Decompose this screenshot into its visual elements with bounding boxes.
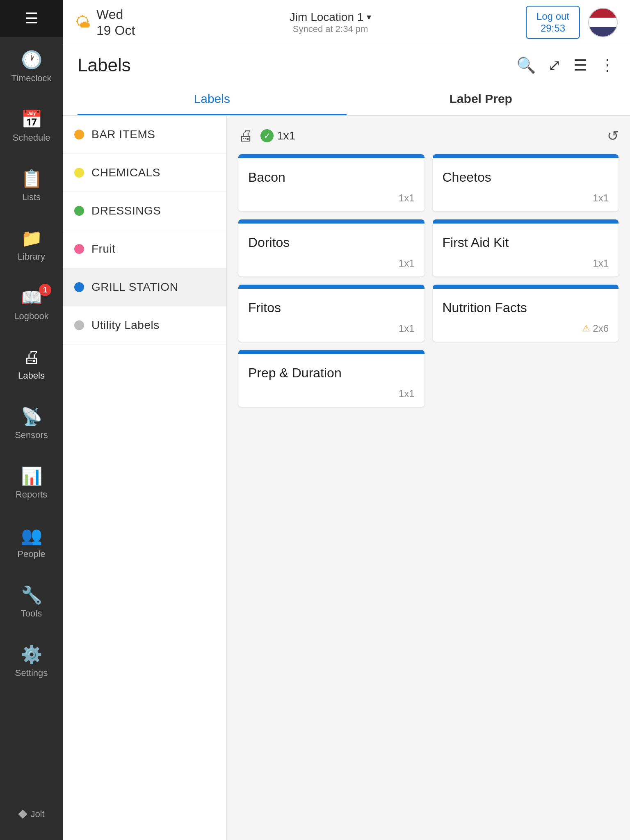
label-size-bacon: 1x1 (399, 192, 415, 204)
header-icons: 🔍 ⤢ ☰ ⋮ (516, 56, 615, 74)
sidebar-label-sensors: Sensors (15, 430, 48, 441)
topbar-center: Jim Location 1 ▾ Synced at 2:34 pm (143, 11, 518, 34)
dot-grill-station (74, 282, 84, 292)
label-card-accent (238, 154, 425, 158)
size-label: 1x1 (277, 129, 295, 142)
library-icon: 📁 (21, 228, 42, 248)
label-card-accent (433, 154, 619, 158)
sidebar-label-timeclock: Timeclock (11, 73, 51, 84)
label-size-row: 1x1 (443, 258, 609, 269)
category-utility-labels[interactable]: Utility Labels (63, 306, 226, 345)
date-line2: 19 Oct (96, 23, 135, 38)
category-name-utility-labels: Utility Labels (91, 319, 160, 332)
refresh-icon[interactable]: ↺ (607, 128, 619, 144)
label-name-nutrition-facts: Nutrition Facts (443, 300, 609, 315)
topbar-right: Log out 29:53 (526, 6, 618, 39)
label-size-prep-duration: 1x1 (399, 388, 415, 399)
label-name-doritos: Doritos (248, 235, 415, 250)
location-dropdown-icon: ▾ (367, 12, 371, 23)
sidebar-item-labels[interactable]: 🖨 Labels (0, 334, 63, 394)
dot-fruit (74, 244, 84, 254)
category-bar-items[interactable]: BAR ITEMS (63, 116, 226, 154)
sidebar-label-settings: Settings (15, 668, 48, 678)
tools-icon: 🔧 (21, 585, 42, 605)
avatar (588, 8, 618, 37)
label-card-accent (433, 219, 619, 224)
labels-area: 🖨 ✓ 1x1 ↺ Bacon 1x1 (227, 116, 630, 840)
label-card-cheetos[interactable]: Cheetos 1x1 (433, 154, 619, 211)
size-check-icon: ✓ (260, 129, 274, 142)
label-name-prep-duration: Prep & Duration (248, 365, 415, 381)
label-card-body: First Aid Kit 1x1 (433, 224, 619, 276)
sidebar-bottom: Jolt (10, 801, 52, 840)
label-card-bacon[interactable]: Bacon 1x1 (238, 154, 425, 211)
tab-labels[interactable]: Labels (78, 84, 347, 115)
sidebar-item-lists[interactable]: 📋 Lists (0, 156, 63, 215)
sensors-icon: 📡 (21, 406, 42, 427)
label-size-nutrition-facts: 2x6 (593, 323, 609, 334)
label-card-body: Cheetos 1x1 (433, 158, 619, 211)
location-selector[interactable]: Jim Location 1 ▾ (143, 11, 518, 24)
label-card-nutrition-facts[interactable]: Nutrition Facts ⚠ 2x6 (433, 285, 619, 342)
tab-label-prep[interactable]: Label Prep (347, 84, 616, 115)
dot-chemicals (74, 168, 84, 178)
dot-utility-labels (74, 320, 84, 330)
logout-button[interactable]: Log out 29:53 (526, 6, 580, 39)
label-size-row: 1x1 (248, 323, 415, 334)
sidebar-label-tools: Tools (21, 608, 42, 619)
category-name-fruit: Fruit (91, 242, 116, 256)
dot-bar-items (74, 130, 84, 139)
labels-icon: 🖨 (23, 347, 40, 367)
more-options-icon[interactable]: ⋮ (600, 56, 615, 74)
sidebar-item-sensors[interactable]: 📡 Sensors (0, 394, 63, 453)
sidebar-label-logbook: Logbook (14, 311, 48, 322)
list-view-icon[interactable]: ☰ (573, 56, 587, 74)
label-card-body: Doritos 1x1 (238, 224, 425, 276)
label-card-prep-duration[interactable]: Prep & Duration 1x1 (238, 350, 425, 407)
expand-icon[interactable]: ⤢ (548, 56, 561, 74)
label-card-first-aid-kit[interactable]: First Aid Kit 1x1 (433, 219, 619, 276)
page-header: Labels 🔍 ⤢ ☰ ⋮ Labels Label Prep (63, 45, 630, 116)
category-dressings[interactable]: DRESSINGS (63, 192, 226, 230)
warning-icon: ⚠ (582, 323, 590, 334)
sidebar-item-tools[interactable]: 🔧 Tools (0, 572, 63, 632)
sidebar-item-timeclock[interactable]: 🕐 Timeclock (0, 37, 63, 96)
label-size-row: 1x1 (443, 192, 609, 204)
hamburger-icon: ☰ (25, 11, 38, 26)
sidebar-item-reports[interactable]: 📊 Reports (0, 453, 63, 513)
label-card-fritos[interactable]: Fritos 1x1 (238, 285, 425, 342)
print-icon[interactable]: 🖨 (238, 127, 253, 144)
menu-button[interactable]: ☰ (0, 0, 63, 37)
sidebar-label-reports: Reports (16, 489, 47, 500)
label-card-accent (238, 219, 425, 224)
sidebar-item-library[interactable]: 📁 Library (0, 215, 63, 275)
label-card-body: Prep & Duration 1x1 (238, 354, 425, 407)
jolt-diamond-icon (18, 810, 27, 819)
sidebar-item-logbook[interactable]: 📖 1 Logbook (0, 275, 63, 334)
label-size-row: ⚠ 2x6 (443, 323, 609, 334)
label-name-bacon: Bacon (248, 170, 415, 185)
labels-grid: Bacon 1x1 Cheetos 1x1 (238, 154, 619, 407)
label-card-body: Fritos 1x1 (238, 289, 425, 342)
sidebar-item-schedule[interactable]: 📅 Schedule (0, 96, 63, 156)
label-card-body: Bacon 1x1 (238, 158, 425, 211)
jolt-label: Jolt (30, 809, 44, 819)
size-selector[interactable]: ✓ 1x1 (260, 129, 295, 142)
category-name-grill-station: GRILL STATION (91, 281, 178, 294)
main-content: 🌤 Wed 19 Oct Jim Location 1 ▾ Synced at … (63, 0, 630, 840)
category-fruit[interactable]: Fruit (63, 230, 226, 268)
label-card-body: Nutrition Facts ⚠ 2x6 (433, 289, 619, 342)
sidebar-label-labels: Labels (18, 370, 45, 381)
label-size-row: 1x1 (248, 388, 415, 399)
label-size-row: 1x1 (248, 258, 415, 269)
search-icon[interactable]: 🔍 (516, 56, 536, 74)
label-card-doritos[interactable]: Doritos 1x1 (238, 219, 425, 276)
category-chemicals[interactable]: CHEMICALS (63, 154, 226, 192)
category-name-dressings: DRESSINGS (91, 204, 161, 217)
sun-icon: 🌤 (75, 14, 91, 31)
sidebar-item-settings[interactable]: ⚙️ Settings (0, 632, 63, 691)
labels-toolbar: 🖨 ✓ 1x1 ↺ (238, 127, 619, 144)
reports-icon: 📊 (21, 466, 42, 486)
category-grill-station[interactable]: GRILL STATION (63, 268, 226, 306)
sidebar-item-people[interactable]: 👥 People (0, 513, 63, 572)
